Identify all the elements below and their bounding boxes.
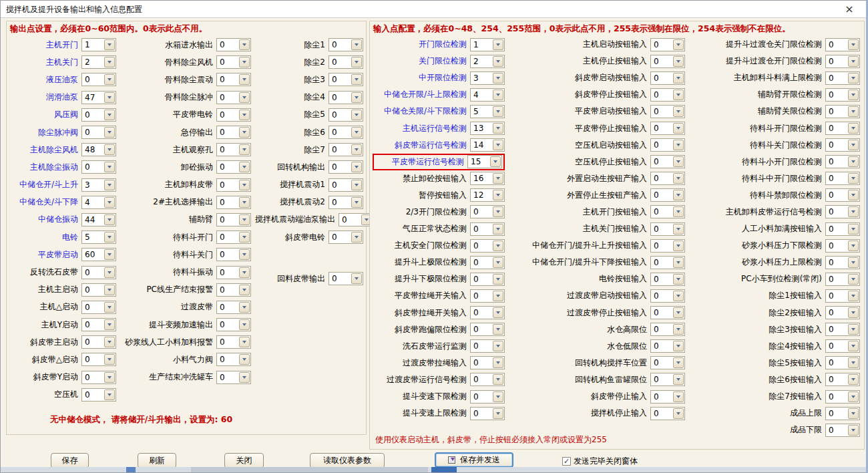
dropdown-arrow-icon[interactable]	[493, 140, 503, 150]
field-combo[interactable]: 0	[650, 256, 685, 269]
field-combo[interactable]: 0	[470, 323, 505, 336]
field-combo[interactable]: 13	[470, 122, 505, 135]
field-combo[interactable]: 0	[650, 339, 685, 353]
dropdown-arrow-icon[interactable]	[848, 123, 859, 134]
field-combo[interactable]: 0	[650, 38, 685, 51]
field-combo[interactable]: 0	[216, 126, 251, 139]
field-combo[interactable]: 0	[216, 230, 251, 244]
field-combo[interactable]: 0	[81, 283, 116, 297]
dropdown-arrow-icon[interactable]	[493, 408, 503, 419]
field-combo[interactable]: 0	[329, 196, 363, 209]
dropdown-arrow-icon[interactable]	[351, 39, 362, 50]
field-combo[interactable]: 0	[329, 160, 363, 174]
field-combo[interactable]: 0	[650, 172, 685, 185]
field-combo[interactable]: 0	[329, 126, 363, 139]
dropdown-arrow-icon[interactable]	[493, 374, 503, 385]
dropdown-arrow-icon[interactable]	[493, 206, 503, 217]
field-combo[interactable]: 15	[467, 155, 502, 168]
field-combo[interactable]: 0	[470, 239, 505, 253]
field-combo[interactable]: 0	[81, 160, 116, 174]
field-combo[interactable]: 0	[650, 306, 685, 319]
dropdown-arrow-icon[interactable]	[239, 372, 250, 383]
dropdown-arrow-icon[interactable]	[239, 214, 250, 225]
field-combo[interactable]: 0	[650, 222, 685, 236]
field-combo[interactable]: 0	[650, 373, 685, 386]
dropdown-arrow-icon[interactable]	[351, 127, 362, 138]
field-combo[interactable]: 47	[81, 91, 116, 104]
field-combo[interactable]: 0	[825, 239, 860, 253]
field-combo[interactable]: 0	[470, 222, 505, 236]
dropdown-arrow-icon[interactable]	[848, 291, 859, 301]
dropdown-arrow-icon[interactable]	[104, 180, 115, 190]
field-combo[interactable]: 5	[470, 105, 505, 118]
dropdown-arrow-icon[interactable]	[673, 391, 684, 402]
dropdown-arrow-icon[interactable]	[673, 39, 684, 50]
dropdown-arrow-icon[interactable]	[848, 324, 859, 335]
field-combo[interactable]: 0	[825, 407, 860, 420]
field-combo[interactable]: 0	[825, 138, 860, 152]
field-combo[interactable]: 0	[650, 407, 685, 420]
dropdown-arrow-icon[interactable]	[848, 408, 859, 419]
dropdown-arrow-icon[interactable]	[673, 257, 684, 268]
dropdown-arrow-icon[interactable]	[351, 273, 362, 284]
dropdown-arrow-icon[interactable]	[848, 156, 859, 167]
field-combo[interactable]: 0	[216, 248, 251, 261]
field-combo[interactable]: 48	[81, 143, 116, 156]
field-combo[interactable]: 0	[825, 424, 860, 437]
field-combo[interactable]: 12	[470, 188, 505, 202]
dropdown-arrow-icon[interactable]	[848, 90, 859, 100]
dropdown-arrow-icon[interactable]	[239, 110, 250, 120]
field-combo[interactable]: 0	[470, 339, 505, 353]
dropdown-arrow-icon[interactable]	[239, 144, 250, 155]
dropdown-arrow-icon[interactable]	[673, 324, 684, 335]
field-combo[interactable]: 0	[329, 178, 363, 192]
field-combo[interactable]: 0	[650, 138, 685, 152]
dropdown-arrow-icon[interactable]	[351, 110, 362, 120]
field-combo[interactable]: 0	[81, 388, 116, 402]
field-combo[interactable]: 0	[216, 73, 251, 86]
dropdown-arrow-icon[interactable]	[493, 307, 503, 318]
field-combo[interactable]: 0	[216, 301, 251, 314]
dropdown-arrow-icon[interactable]	[104, 337, 115, 347]
field-combo[interactable]: 0	[216, 196, 251, 209]
dropdown-arrow-icon[interactable]	[848, 56, 859, 67]
dropdown-arrow-icon[interactable]	[493, 90, 503, 100]
field-combo[interactable]: 0	[825, 172, 860, 185]
field-combo[interactable]: 14	[470, 138, 505, 152]
field-combo[interactable]: 0	[650, 323, 685, 336]
dropdown-arrow-icon[interactable]	[493, 341, 503, 351]
dropdown-arrow-icon[interactable]	[351, 92, 362, 103]
close-on-send-option[interactable]: ✓ 发送完毕关闭窗体	[562, 456, 638, 467]
dropdown-arrow-icon[interactable]	[239, 92, 250, 103]
dropdown-arrow-icon[interactable]	[239, 232, 250, 243]
dropdown-arrow-icon[interactable]	[104, 144, 115, 155]
field-combo[interactable]: 0	[470, 306, 505, 319]
field-combo[interactable]: 0	[329, 230, 363, 244]
dropdown-arrow-icon[interactable]	[104, 372, 115, 383]
dropdown-arrow-icon[interactable]	[848, 206, 859, 217]
dropdown-arrow-icon[interactable]	[239, 162, 250, 172]
save-send-button[interactable]: 保存并发送	[435, 452, 513, 468]
dropdown-arrow-icon[interactable]	[848, 224, 859, 234]
dropdown-arrow-icon[interactable]	[351, 57, 362, 67]
close-on-send-checkbox[interactable]: ✓	[562, 457, 571, 466]
dropdown-arrow-icon[interactable]	[673, 241, 684, 251]
field-combo[interactable]: 0	[650, 390, 685, 404]
dropdown-arrow-icon[interactable]	[848, 341, 859, 351]
field-combo[interactable]: 0	[81, 335, 116, 349]
field-combo[interactable]: 0	[329, 272, 363, 285]
field-combo[interactable]: 0	[470, 356, 505, 369]
dropdown-arrow-icon[interactable]	[239, 249, 250, 260]
dropdown-arrow-icon[interactable]	[104, 92, 115, 103]
field-combo[interactable]: 0	[650, 55, 685, 68]
dropdown-arrow-icon[interactable]	[848, 391, 859, 402]
field-combo[interactable]: 0	[650, 239, 685, 253]
field-combo[interactable]: 0	[470, 273, 505, 286]
dropdown-arrow-icon[interactable]	[848, 357, 859, 368]
field-combo[interactable]: 0	[329, 73, 363, 86]
dropdown-arrow-icon[interactable]	[104, 110, 115, 120]
field-combo[interactable]: 1	[470, 38, 505, 51]
field-combo[interactable]: 4	[81, 196, 116, 209]
field-combo[interactable]: 0	[216, 108, 251, 122]
dropdown-arrow-icon[interactable]	[351, 180, 362, 190]
